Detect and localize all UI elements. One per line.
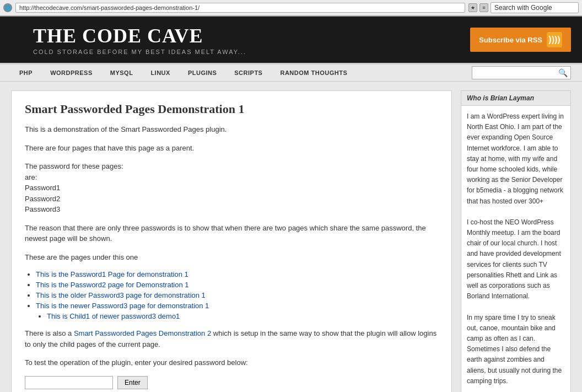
nav-search-icon: 🔍 — [558, 68, 568, 77]
site-wrapper: THE CODE CAVE COLD STORAGE BEFORE MY BES… — [0, 17, 582, 392]
nav-item-plugins[interactable]: PLUGINS — [180, 65, 225, 81]
browser-search-text: Search with Google — [494, 4, 552, 12]
nav-search-input[interactable] — [476, 69, 558, 77]
nav-item-random-thoughts[interactable]: RANDOM THOUGHTS — [272, 65, 355, 81]
article-body: This is a demonstration of the Smart Pas… — [25, 124, 438, 389]
rss-subscribe-button[interactable]: Subscribe via RSS )))) — [470, 28, 571, 52]
site-name: THE CODE CAVE — [33, 24, 246, 47]
who-widget-content: I am a WordPress expert living in North … — [461, 106, 571, 392]
nav-item-linux[interactable]: LINUX — [142, 65, 179, 81]
nav-links: PHP WORDPRESS MYSQL LINUX PLUGINS SCRIPT… — [11, 65, 355, 81]
article-p5: These are the pages under this one — [25, 252, 438, 263]
who-text-1: I am a WordPress expert living in North … — [467, 111, 565, 207]
child-list: This is Child1 of newer password3 demo1 — [47, 312, 438, 320]
password2: Password2 — [25, 195, 60, 203]
rss-browser-icon[interactable]: ≡ — [479, 3, 488, 12]
sidebar: Who is Brian Layman I am a WordPress exp… — [461, 90, 571, 392]
password3: Password3 — [25, 205, 60, 213]
browser-right-controls: ★ ≡ Search with Google — [468, 2, 579, 13]
link-password2[interactable]: This is the Password2 page for Demonstra… — [36, 281, 188, 289]
list-item: This is Child1 of newer password3 demo1 — [47, 312, 438, 320]
link-password3-old[interactable]: This is the older Password3 page for dem… — [36, 291, 206, 299]
list-item: This is the Password2 page for Demonstra… — [36, 281, 438, 289]
list-item: This is the Password1 Page for demonstra… — [36, 270, 438, 278]
rss-icon: )))) — [547, 32, 562, 47]
password-form: Enter — [25, 376, 438, 389]
nav-item-scripts[interactable]: SCRIPTS — [226, 65, 271, 81]
article-p1: This is a demonstration of the Smart Pas… — [25, 124, 438, 135]
password1: Password1 — [25, 184, 60, 192]
site-nav: PHP WORDPRESS MYSQL LINUX PLUGINS SCRIPT… — [0, 63, 582, 82]
nav-search-box[interactable]: 🔍 — [472, 66, 571, 79]
article-p7: To test the operation of the plugin, ent… — [25, 357, 438, 368]
article-p6: There is also a Smart Passworded Pages D… — [25, 328, 438, 350]
site-tagline: COLD STORAGE BEFORE MY BEST IDEAS MELT A… — [33, 49, 246, 55]
password-field[interactable] — [25, 376, 113, 389]
article-title: Smart Passworded Pages Demonstration 1 — [25, 102, 438, 116]
who-text-3: In my spare time I try to sneak out, can… — [467, 313, 565, 386]
browser-chrome: 🌐 http://thecodecave.com/smart-passworde… — [0, 0, 582, 17]
child-link[interactable]: This is Child1 of newer password3 demo1 — [47, 312, 180, 320]
link-password3-new[interactable]: This is the newer Password3 page for dem… — [36, 302, 209, 310]
site-title: THE CODE CAVE COLD STORAGE BEFORE MY BES… — [33, 24, 246, 55]
demo2-link[interactable]: Smart Passworded Pages Demonstration 2 — [74, 329, 211, 337]
article-p4: The reason that there are only three pas… — [25, 223, 438, 244]
address-bar[interactable]: http://thecodecave.com/smart-passworded-… — [15, 3, 465, 13]
browser-search-bar[interactable]: Search with Google — [491, 2, 579, 13]
who-text-2: I co-host the NEO WordPress Monthly meet… — [467, 217, 565, 302]
nav-item-mysql[interactable]: MYSQL — [102, 65, 142, 81]
list-item: This is the newer Password3 page for dem… — [36, 302, 438, 320]
rss-button-label: Subscribe via RSS — [479, 36, 542, 44]
who-widget-title: Who is Brian Layman — [461, 90, 571, 106]
link-password1[interactable]: This is the Password1 Page for demonstra… — [36, 270, 188, 278]
nav-item-wordpress[interactable]: WORDPRESS — [42, 65, 101, 81]
article-p3: The password for these pages: are: Passw… — [25, 161, 438, 215]
browser-globe-icon: 🌐 — [3, 3, 12, 12]
who-widget: Who is Brian Layman I am a WordPress exp… — [461, 90, 571, 392]
content-area: Smart Passworded Pages Demonstration 1 T… — [0, 82, 582, 392]
main-content: Smart Passworded Pages Demonstration 1 T… — [11, 90, 452, 392]
browser-toolbar: 🌐 http://thecodecave.com/smart-passworde… — [0, 0, 582, 16]
list-item: This is the older Password3 page for dem… — [36, 291, 438, 299]
bookmark-icon[interactable]: ★ — [468, 3, 477, 12]
article-p2: There are four pages that have this page… — [25, 143, 438, 154]
pages-list: This is the Password1 Page for demonstra… — [36, 270, 438, 320]
nav-item-php[interactable]: PHP — [11, 65, 41, 81]
password-are: are: — [25, 173, 37, 181]
enter-button[interactable]: Enter — [117, 376, 148, 389]
site-header: THE CODE CAVE COLD STORAGE BEFORE MY BES… — [0, 17, 582, 63]
